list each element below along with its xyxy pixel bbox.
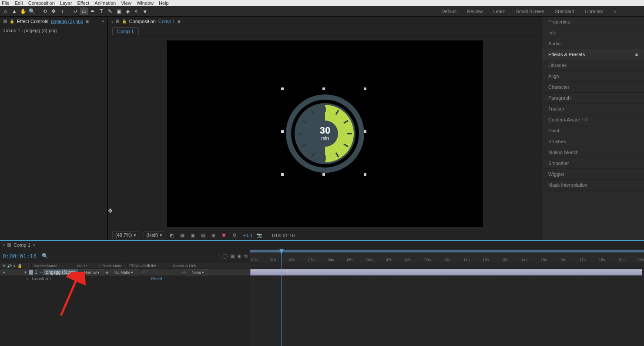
playhead-line[interactable]: [282, 263, 282, 346]
search-icon[interactable]: 🔍: [42, 253, 48, 259]
panel-audio[interactable]: Audio: [542, 38, 644, 49]
brush-tool-icon[interactable]: ✎: [106, 7, 114, 15]
selection-tool-icon[interactable]: ▲: [10, 7, 18, 15]
zoom-tool-icon[interactable]: 🔍: [28, 7, 36, 15]
rotobrush-tool-icon[interactable]: ✧: [132, 7, 140, 15]
timeline-tab[interactable]: Comp 1: [13, 242, 30, 248]
panel-wiggler[interactable]: Wiggler: [542, 169, 644, 180]
work-area-bar[interactable]: [250, 250, 644, 252]
orbit-tool-icon[interactable]: ⟲: [41, 7, 49, 15]
timeline-tab-menu-icon[interactable]: ≡: [33, 243, 35, 247]
eye-col-icon[interactable]: 👁: [2, 264, 6, 268]
reset-link[interactable]: Reset: [151, 276, 162, 281]
menu-composition[interactable]: Composition: [28, 0, 55, 6]
selection-handle[interactable]: [364, 173, 366, 176]
col-mode[interactable]: Mode: [75, 264, 97, 268]
menu-effect[interactable]: Effect: [77, 0, 89, 6]
selection-handle[interactable]: [281, 87, 284, 90]
panel-mask-interpolation[interactable]: Mask Interpolation: [542, 180, 644, 191]
timecode[interactable]: 0:00:01:16: [3, 253, 37, 259]
panel-effects-presets[interactable]: Effects & Presets≡: [542, 49, 644, 60]
menu-file[interactable]: File: [2, 0, 10, 6]
eraser-tool-icon[interactable]: ◈: [124, 7, 131, 15]
lock-icon[interactable]: 🔒: [122, 19, 127, 24]
timeline-chevron-icon[interactable]: ×: [3, 243, 5, 247]
menu-animation[interactable]: Animation: [94, 0, 116, 6]
panel-align[interactable]: Align: [542, 71, 644, 82]
canvas[interactable]: 30 min: [167, 40, 483, 227]
panel-paragraph[interactable]: Paragraph: [542, 93, 644, 104]
composition-viewer[interactable]: 30 min: [108, 37, 542, 230]
selection-handle[interactable]: [322, 87, 325, 90]
selection-handle[interactable]: [364, 87, 366, 90]
frame-blend-icon[interactable]: ▦: [230, 253, 235, 259]
workspace-default[interactable]: Default: [442, 9, 457, 14]
workspace-review[interactable]: Review: [467, 9, 483, 14]
exposure-value[interactable]: +0.0: [243, 233, 252, 238]
rotate-tool-icon[interactable]: ⤾: [71, 7, 79, 15]
comp-button-icon[interactable]: ⬚: [215, 253, 220, 259]
mask-icon[interactable]: ▦: [180, 232, 186, 239]
clone-tool-icon[interactable]: ▣: [115, 7, 123, 15]
workspace-standard[interactable]: Standard: [555, 9, 574, 14]
col-parent[interactable]: Parent & Link: [171, 264, 201, 268]
lock-icon[interactable]: 🔒: [10, 19, 14, 24]
workspace-overflow-icon[interactable]: »: [614, 9, 616, 14]
menu-view[interactable]: View: [121, 0, 131, 6]
parent-dropdown[interactable]: None ▾: [188, 269, 208, 275]
menu-edit[interactable]: Edit: [15, 0, 23, 6]
transform-twirl-icon[interactable]: ›: [27, 276, 28, 281]
panel-info[interactable]: Info: [542, 27, 644, 38]
home-icon[interactable]: ⌂: [2, 7, 10, 15]
guides-icon[interactable]: ▤: [201, 232, 207, 239]
composition-name[interactable]: Comp 1: [158, 19, 175, 24]
audio-col-icon[interactable]: 🔊: [7, 264, 11, 268]
transform-label[interactable]: Transform: [31, 276, 50, 281]
snapshot-icon[interactable]: 📷: [256, 232, 262, 239]
zoom-dropdown[interactable]: (48.7%) ▾: [112, 231, 139, 239]
panel-motion-sketch[interactable]: Motion Sketch: [542, 147, 644, 158]
workspace-libraries[interactable]: Libraries: [585, 9, 603, 14]
lock-col-icon[interactable]: 🔒: [17, 264, 22, 268]
effect-controls-tab[interactable]: 🔒 Effect Controls pngegg (3).png ≡ »: [0, 17, 107, 26]
transparency-grid-icon[interactable]: ◩: [170, 232, 176, 239]
hand-tool-icon[interactable]: ✋: [19, 7, 27, 15]
dolly-tool-icon[interactable]: ↕: [58, 7, 66, 15]
blend-mode-dropdown[interactable]: Normal ▾: [80, 269, 104, 275]
panel-properties[interactable]: Properties: [542, 17, 644, 27]
graph-editor-icon[interactable]: ⧉: [244, 253, 248, 259]
panel-smoother[interactable]: Smoother: [542, 158, 644, 169]
panel-menu-icon[interactable]: ≡: [178, 19, 180, 24]
layer-color-label[interactable]: [29, 270, 33, 275]
layer-row[interactable]: ● ▾ 1 ▫▫ pngegg (3).png Normal ▾ ◉ No Ma…: [0, 269, 250, 275]
color-mgmt-icon[interactable]: ❀: [222, 232, 228, 239]
flowchart-tab[interactable]: Comp 1: [112, 27, 139, 35]
pen-tool-icon[interactable]: ✒: [89, 7, 97, 15]
resolution-dropdown[interactable]: (Half) ▾: [144, 231, 165, 239]
pan-tool-icon[interactable]: ✥: [50, 7, 57, 15]
puppet-tool-icon[interactable]: ★: [141, 7, 149, 15]
exposure-reset-icon[interactable]: ⚙: [232, 232, 238, 239]
menu-layer[interactable]: Layer: [60, 0, 72, 6]
timeline-tracks[interactable]: [250, 263, 644, 346]
panel-tracker[interactable]: Tracker: [542, 104, 644, 114]
selection-handle[interactable]: [322, 173, 325, 176]
time-ruler[interactable]: :00s01s02s03s04s05s06s07s08s09s10s11s12s…: [250, 249, 644, 263]
panel-libraries[interactable]: Libraries: [542, 60, 644, 71]
motion-blur-icon[interactable]: ◉: [237, 253, 242, 259]
panel-content-aware-fill[interactable]: Content-Aware Fill: [542, 114, 644, 125]
workspace-small-screen[interactable]: Small Screen: [516, 9, 544, 14]
layer-name[interactable]: pngegg (3).png: [44, 269, 78, 275]
menu-window[interactable]: Window: [137, 0, 154, 6]
layer-duration-bar[interactable]: [250, 269, 642, 275]
panel-layer-link[interactable]: pngegg (3).png: [51, 19, 84, 24]
selection-handle[interactable]: [364, 130, 366, 133]
panel-paint[interactable]: Paint: [542, 125, 644, 136]
text-tool-icon[interactable]: T: [97, 7, 105, 15]
col-source[interactable]: Source Name: [31, 264, 75, 268]
panel-brushes[interactable]: Brushes: [542, 136, 644, 147]
region-icon[interactable]: ▣: [191, 232, 197, 239]
col-matte[interactable]: Track Matte: [102, 264, 122, 268]
selection-handle[interactable]: [281, 173, 284, 176]
shy-icon[interactable]: ◯: [222, 253, 228, 259]
